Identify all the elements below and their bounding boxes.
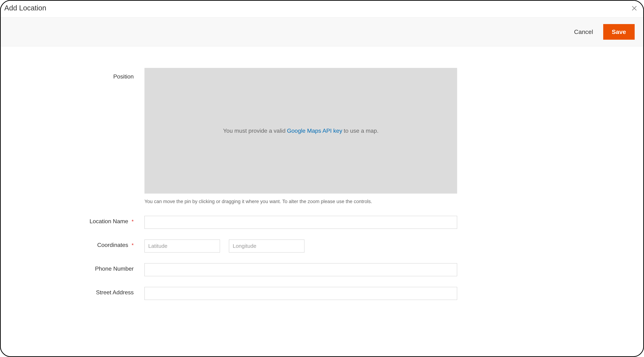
location-name-label-wrap: Location Name * [12, 216, 144, 225]
coordinates-label: Coordinates [97, 242, 128, 248]
phone-label: Phone Number [12, 263, 144, 272]
longitude-input[interactable] [229, 240, 304, 253]
position-field: You must provide a valid Google Maps API… [144, 68, 457, 205]
form-row-coordinates: Coordinates * [12, 240, 632, 253]
save-button[interactable]: Save [603, 24, 635, 40]
action-bar: Cancel Save [1, 17, 643, 46]
position-label: Position [12, 68, 144, 80]
close-icon [631, 5, 638, 12]
street-input[interactable] [144, 287, 457, 300]
required-asterisk-icon: * [132, 218, 134, 224]
required-asterisk-icon: * [132, 242, 134, 248]
map-placeholder: You must provide a valid Google Maps API… [144, 68, 457, 194]
form-row-position: Position You must provide a valid Google… [12, 68, 632, 205]
street-label: Street Address [12, 287, 144, 296]
location-name-input[interactable] [144, 216, 457, 229]
form-row-phone: Phone Number [12, 263, 632, 276]
coordinates-label-wrap: Coordinates * [12, 240, 144, 248]
modal-header: Add Location [1, 1, 643, 17]
map-msg-suffix: to use a map. [344, 127, 378, 134]
google-maps-api-link[interactable]: Google Maps API key [287, 127, 342, 134]
form-row-location-name: Location Name * [12, 216, 632, 229]
location-name-label: Location Name [90, 218, 128, 225]
form-row-street: Street Address [12, 287, 632, 300]
modal-title: Add Location [4, 4, 46, 12]
latitude-input[interactable] [144, 240, 220, 253]
cancel-button[interactable]: Cancel [573, 26, 594, 37]
add-location-modal: Add Location Cancel Save Position You mu… [0, 0, 644, 357]
form-area: Position You must provide a valid Google… [1, 46, 643, 318]
map-hint: You can move the pin by clicking or drag… [144, 198, 457, 205]
phone-input[interactable] [144, 263, 457, 276]
map-msg-prefix: You must provide a valid [223, 127, 285, 134]
close-button[interactable] [631, 5, 638, 12]
